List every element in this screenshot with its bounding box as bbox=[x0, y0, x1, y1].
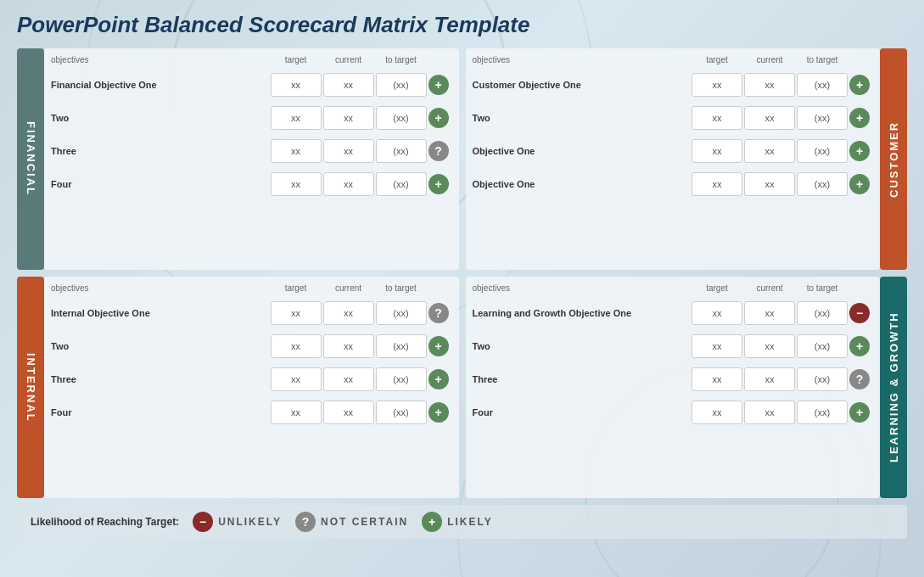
totarget-cell: (xx) bbox=[797, 367, 848, 391]
action-btn-plus[interactable]: + bbox=[849, 402, 870, 423]
current-cell: xx bbox=[323, 73, 374, 97]
col-objectives-learn: objectives bbox=[473, 283, 691, 293]
target-cell: xx bbox=[692, 401, 742, 424]
action-btn-plus[interactable]: + bbox=[428, 402, 449, 423]
obj-label: Two bbox=[473, 340, 691, 352]
totarget-cell: (xx) bbox=[376, 139, 427, 163]
col-target-learn: target bbox=[692, 283, 742, 293]
rows-internal: Internal Objective One xx xx (xx) ? Two … bbox=[51, 298, 452, 491]
totarget-cell: (xx) bbox=[797, 401, 848, 424]
action-btn-plus[interactable]: + bbox=[849, 75, 870, 95]
target-cell: xx bbox=[271, 172, 322, 196]
table-row: Two xx xx (xx) + bbox=[473, 103, 874, 133]
totarget-cell: (xx) bbox=[376, 172, 427, 196]
obj-label: Financial Objective One bbox=[51, 79, 269, 91]
col-current-learn: current bbox=[744, 283, 795, 293]
table-row: Objective One xx xx (xx) + bbox=[473, 169, 874, 199]
current-cell: xx bbox=[323, 334, 374, 358]
totarget-cell: (xx) bbox=[797, 301, 848, 325]
table-row: Internal Objective One xx xx (xx) ? bbox=[51, 298, 452, 328]
rows-learning: Learning and Growth Objective One xx xx … bbox=[473, 298, 874, 491]
obj-label: Objective One bbox=[473, 178, 691, 190]
legend-likely-text: LIKELY bbox=[447, 516, 493, 528]
obj-label: Two bbox=[51, 112, 269, 124]
target-cell: xx bbox=[692, 73, 742, 97]
action-btn-plus[interactable]: + bbox=[428, 369, 449, 389]
obj-label: Two bbox=[473, 112, 691, 124]
legend-unlikely-text: UNLIKELY bbox=[218, 516, 282, 528]
legend: Likelihood of Reaching Target: − UNLIKEL… bbox=[17, 505, 907, 539]
current-cell: xx bbox=[323, 106, 374, 130]
action-btn-question[interactable]: ? bbox=[849, 369, 870, 389]
obj-label: Two bbox=[51, 340, 269, 352]
action-btn-question[interactable]: ? bbox=[428, 303, 449, 323]
current-cell: xx bbox=[323, 172, 374, 196]
obj-label: Four bbox=[51, 178, 269, 190]
obj-label: Three bbox=[51, 145, 269, 157]
legend-label: Likelihood of Reaching Target: bbox=[31, 516, 179, 528]
action-btn-plus[interactable]: + bbox=[849, 174, 870, 194]
target-cell: xx bbox=[271, 139, 322, 163]
page-wrapper: PowerPoint Balanced Scorecard Matrix Tem… bbox=[0, 0, 924, 577]
col-objectives-int: objectives bbox=[51, 283, 269, 293]
action-btn-minus[interactable]: − bbox=[849, 303, 870, 323]
panel-header-internal: objectives target current to target bbox=[51, 283, 452, 296]
table-row: Three xx xx (xx) ? bbox=[51, 136, 452, 166]
panel-header-financial: objectives target current to target bbox=[51, 55, 452, 68]
current-cell: xx bbox=[744, 401, 795, 424]
obj-label: Learning and Growth Objective One bbox=[473, 307, 691, 319]
action-btn-plus[interactable]: + bbox=[428, 336, 449, 356]
current-cell: xx bbox=[744, 172, 795, 196]
table-row: Four xx xx (xx) + bbox=[473, 397, 874, 428]
action-btn-plus[interactable]: + bbox=[428, 108, 449, 128]
label-learning: LEARNING & GROWTH bbox=[880, 277, 907, 498]
legend-unlikely: − UNLIKELY bbox=[193, 512, 282, 532]
table-row: Two xx xx (xx) + bbox=[51, 331, 452, 361]
target-cell: xx bbox=[692, 301, 742, 325]
target-cell: xx bbox=[692, 139, 742, 163]
col-current-cust: current bbox=[744, 55, 795, 64]
current-cell: xx bbox=[744, 139, 795, 163]
col-totarget-fin: to target bbox=[376, 55, 427, 64]
quadrant-financial: FINANCIAL objectives target current to t… bbox=[17, 48, 459, 270]
current-cell: xx bbox=[323, 401, 374, 424]
target-cell: xx bbox=[692, 106, 742, 130]
table-row: Four xx xx (xx) + bbox=[51, 397, 452, 428]
legend-notcertain: ? NOT CERTAIN bbox=[295, 512, 408, 532]
col-target-fin: target bbox=[271, 55, 322, 64]
current-cell: xx bbox=[323, 301, 374, 325]
page-title: PowerPoint Balanced Scorecard Matrix Tem… bbox=[17, 12, 907, 38]
col-objectives-fin: objectives bbox=[51, 55, 269, 64]
obj-label: Three bbox=[473, 373, 691, 385]
legend-question-icon: ? bbox=[295, 512, 316, 532]
table-row: Three xx xx (xx) ? bbox=[473, 364, 874, 395]
label-internal: INTERNAL bbox=[17, 277, 44, 498]
col-current-fin: current bbox=[323, 55, 374, 64]
action-btn-plus[interactable]: + bbox=[428, 174, 449, 194]
table-row: Objective One xx xx (xx) + bbox=[473, 136, 874, 166]
action-btn-plus[interactable]: + bbox=[849, 336, 870, 356]
table-row: Two xx xx (xx) + bbox=[473, 331, 874, 361]
totarget-cell: (xx) bbox=[376, 73, 427, 97]
totarget-cell: (xx) bbox=[376, 106, 427, 130]
totarget-cell: (xx) bbox=[797, 106, 848, 130]
obj-label: Four bbox=[51, 406, 269, 418]
col-current-int: current bbox=[323, 283, 374, 293]
table-row: Four xx xx (xx) + bbox=[51, 169, 452, 199]
panel-internal: objectives target current to target Inte… bbox=[44, 277, 459, 498]
table-row: Customer Objective One xx xx (xx) + bbox=[473, 70, 874, 100]
action-btn-plus[interactable]: + bbox=[428, 75, 449, 95]
action-btn-plus[interactable]: + bbox=[849, 108, 870, 128]
totarget-cell: (xx) bbox=[797, 172, 848, 196]
target-cell: xx bbox=[271, 367, 322, 391]
col-totarget-learn: to target bbox=[797, 283, 848, 293]
action-btn-plus[interactable]: + bbox=[849, 141, 870, 161]
totarget-cell: (xx) bbox=[376, 301, 427, 325]
panel-financial: objectives target current to target Fina… bbox=[44, 48, 459, 270]
target-cell: xx bbox=[692, 172, 742, 196]
current-cell: xx bbox=[744, 334, 795, 358]
action-btn-question[interactable]: ? bbox=[428, 141, 449, 161]
panel-learning: objectives target current to target Lear… bbox=[466, 277, 881, 498]
label-customer: CUSTOMER bbox=[880, 48, 907, 270]
obj-label: Four bbox=[473, 406, 691, 418]
